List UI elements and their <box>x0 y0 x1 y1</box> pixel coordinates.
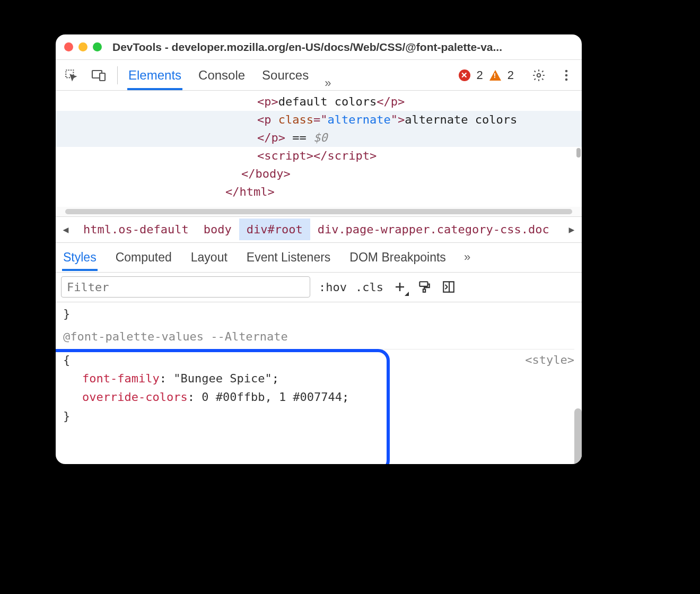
warning-icon <box>489 70 501 81</box>
cls-toggle[interactable]: .cls <box>355 281 383 294</box>
breadcrumb-item[interactable]: div.page-wrapper.category-css.doc <box>310 219 557 240</box>
rule-close-brace: } <box>63 304 574 323</box>
traffic-lights <box>64 42 102 51</box>
crumb-right-icon[interactable]: ▶ <box>562 224 582 235</box>
styles-tabbar: Styles Computed Layout Event Listeners D… <box>56 243 582 273</box>
tab-dom-breakpoints[interactable]: DOM Breakpoints <box>348 244 447 271</box>
tab-styles[interactable]: Styles <box>62 244 98 271</box>
error-icon: ✕ <box>459 69 470 81</box>
dom-scrollbar[interactable] <box>576 148 581 158</box>
rule-open-brace: { <box>63 351 574 369</box>
css-declaration[interactable]: override-colors: 0 #00ffbb, 1 #007744; <box>63 388 574 406</box>
rule-close-brace: } <box>63 407 574 425</box>
rule-body: <style> { font-family: "Bungee Spice"; o… <box>63 351 574 425</box>
dom-node-selected[interactable]: <p class="alternate">alternate colors <box>56 111 582 129</box>
titlebar: DevTools - developer.mozilla.org/en-US/d… <box>56 34 582 60</box>
dom-node[interactable]: </body> <box>56 165 582 183</box>
svg-point-4 <box>565 69 568 72</box>
svg-rect-8 <box>423 289 425 292</box>
tab-computed[interactable]: Computed <box>115 244 173 271</box>
css-declaration[interactable]: font-family: "Bungee Spice"; <box>63 369 574 388</box>
styles-scrollbar[interactable] <box>574 408 582 464</box>
issue-badges[interactable]: ✕ 2 2 <box>459 68 514 82</box>
breadcrumb-item[interactable]: body <box>196 219 239 240</box>
dom-node[interactable]: </html> <box>56 183 582 201</box>
svg-point-3 <box>537 73 541 77</box>
computed-toggle-icon[interactable] <box>441 279 457 295</box>
filter-input[interactable] <box>61 276 310 298</box>
svg-rect-7 <box>419 282 427 286</box>
maximize-button[interactable] <box>93 42 102 51</box>
new-style-rule-icon[interactable] <box>392 279 408 295</box>
tab-elements[interactable]: Elements <box>127 60 182 90</box>
breadcrumb-item[interactable]: html.os-default <box>76 219 196 240</box>
horizontal-scrollbar[interactable] <box>56 207 582 216</box>
kebab-menu-icon[interactable] <box>557 66 575 84</box>
panel-tabbar: Elements Console Sources » <box>127 60 331 90</box>
window-title: DevTools - developer.mozilla.org/en-US/d… <box>112 41 502 54</box>
devtools-window: DevTools - developer.mozilla.org/en-US/d… <box>56 34 582 464</box>
more-panel-tabs-icon[interactable]: » <box>464 250 470 264</box>
close-button[interactable] <box>64 42 73 51</box>
warning-count: 2 <box>508 68 514 82</box>
at-rule-name[interactable]: @font-palette-values --Alternate <box>63 323 574 350</box>
breadcrumb: ◀ html.os-default body div#root div.page… <box>56 216 582 243</box>
dom-node[interactable]: <script></script> <box>56 147 582 165</box>
more-tabs-icon[interactable]: » <box>325 76 331 90</box>
device-toggle-icon[interactable] <box>90 66 108 84</box>
dom-node[interactable]: <p>default colors</p> <box>56 93 582 111</box>
tab-sources[interactable]: Sources <box>261 60 310 90</box>
styles-panel[interactable]: } @font-palette-values --Alternate <styl… <box>56 302 582 464</box>
rule-source[interactable]: <style> <box>525 351 574 369</box>
dom-node-selected-close[interactable]: </p> == $0 <box>56 129 582 147</box>
hov-toggle[interactable]: :hov <box>319 281 347 294</box>
main-toolbar: Elements Console Sources » ✕ 2 2 <box>56 60 582 91</box>
styles-filter-row: :hov .cls <box>56 273 582 302</box>
crumb-left-icon[interactable]: ◀ <box>56 224 76 235</box>
svg-rect-2 <box>100 73 105 81</box>
tab-event-listeners[interactable]: Event Listeners <box>246 244 332 271</box>
error-count: 2 <box>477 68 483 82</box>
toolbar-divider <box>117 66 118 84</box>
inspect-icon[interactable] <box>62 66 80 84</box>
minimize-button[interactable] <box>78 42 88 51</box>
settings-icon[interactable] <box>530 66 548 84</box>
tab-console[interactable]: Console <box>197 60 246 90</box>
paint-icon[interactable] <box>416 279 432 295</box>
svg-point-6 <box>565 78 568 81</box>
dom-tree[interactable]: <p>default colors</p> <p class="alternat… <box>56 91 582 207</box>
tab-layout[interactable]: Layout <box>190 244 229 271</box>
breadcrumb-item-selected[interactable]: div#root <box>239 219 310 240</box>
svg-point-5 <box>565 74 568 76</box>
